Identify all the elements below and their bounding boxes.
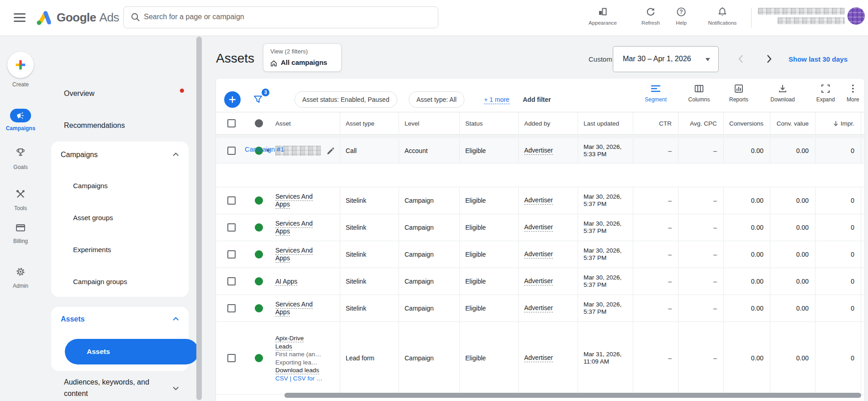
nav-item-audiences-keywords-content[interactable]: Audiences, keywords, andcontent xyxy=(64,376,149,399)
download-leads-link[interactable]: Download leads xyxy=(275,367,319,375)
appearance-icon xyxy=(580,6,626,18)
columns-button[interactable]: Columns xyxy=(681,83,717,103)
edit-pencil-icon[interactable] xyxy=(326,146,336,155)
nav-section-campaigns[interactable]: Campaigns xyxy=(61,151,98,159)
asset-type-cell: Sitelink xyxy=(340,295,399,322)
download-button[interactable]: Download xyxy=(764,83,801,103)
asset-cell: Services AndApps xyxy=(216,295,340,322)
chevron-up-icon[interactable] xyxy=(173,317,179,321)
table-row: Services AndAppsSitelinkCampaignEligible… xyxy=(216,241,864,268)
row-checkbox[interactable] xyxy=(227,223,236,232)
header-added-by[interactable]: Added by xyxy=(518,112,578,134)
table-row: Services AndAppsSitelinkCampaignEligible… xyxy=(216,295,864,322)
header-level[interactable]: Level xyxy=(399,112,459,134)
status-cell: Eligible xyxy=(459,241,518,268)
ctr-cell: – xyxy=(633,138,678,163)
tools-icon[interactable] xyxy=(15,189,26,200)
filter-chip-asset-type[interactable]: Asset type: All xyxy=(409,91,464,108)
rail-item-campaigns[interactable] xyxy=(10,109,31,122)
added-by-cell: Advertiser xyxy=(518,322,578,394)
nav-section-assets[interactable]: Assets xyxy=(61,315,84,323)
more-button[interactable]: More xyxy=(839,83,867,103)
conversions-cell: 0.00 xyxy=(723,241,770,268)
status-cell: Eligible xyxy=(459,322,518,394)
level-cell: Account xyxy=(399,138,459,163)
header-impressions-sorted[interactable]: Impr. xyxy=(815,112,861,134)
asset-type-cell: Sitelink xyxy=(340,268,399,295)
asset-cell: Apix-DriveLeadsFirst name (an…Exporting … xyxy=(216,322,340,394)
add-asset-button[interactable] xyxy=(224,91,241,108)
avg-cpc-cell: – xyxy=(678,214,723,241)
more-filters-link[interactable]: + 1 more xyxy=(484,96,510,104)
header-ctr[interactable]: CTR xyxy=(633,112,678,134)
avatar[interactable] xyxy=(847,7,865,25)
date-range-selector[interactable]: Mar 30 – Apr 1, 2026 xyxy=(613,46,719,72)
view-filter-chip[interactable]: View (2 filters) All campaigns xyxy=(263,43,342,72)
reports-button[interactable]: Reports xyxy=(721,83,757,103)
nav-item-campaigns[interactable]: Campaigns xyxy=(73,182,108,190)
nav-item-campaign-groups[interactable]: Campaign groups xyxy=(73,278,127,285)
help-button[interactable]: ? Help xyxy=(658,6,704,26)
csv-download-links[interactable]: CSV | CSV for … xyxy=(275,374,322,382)
table-row-campaign-group: Campaign #1 xyxy=(216,164,864,187)
asset-name-line: Apps xyxy=(275,254,290,263)
search-input[interactable]: Search for a page or campaign xyxy=(123,6,438,28)
asset-type-cell: Sitelink xyxy=(340,214,399,241)
nav-item-experiments[interactable]: Experiments xyxy=(73,246,111,253)
header-last-updated[interactable]: Last updated xyxy=(578,112,633,134)
row-spacer xyxy=(861,268,864,295)
segment-button[interactable]: Segment xyxy=(637,83,674,103)
header-spacer xyxy=(861,112,864,134)
nav-item-asset-groups[interactable]: Asset groups xyxy=(73,214,113,222)
row-checkbox[interactable] xyxy=(227,304,236,312)
level-cell: Campaign xyxy=(399,268,459,295)
add-filter-button[interactable]: Add filter xyxy=(523,96,551,103)
impressions-cell: 0 xyxy=(815,138,861,163)
campaign-link[interactable]: Campaign #1 xyxy=(245,146,284,153)
expand-button[interactable]: Expand xyxy=(807,83,844,103)
nav-scrollbar[interactable] xyxy=(196,37,202,400)
select-all-checkbox[interactable] xyxy=(227,119,236,127)
menu-icon[interactable] xyxy=(14,13,26,22)
conv-value-cell: 0.00 xyxy=(770,187,815,214)
chevron-down-icon[interactable] xyxy=(173,386,179,390)
notifications-button[interactable]: Notifications xyxy=(700,6,745,26)
row-checkbox[interactable] xyxy=(227,147,236,155)
billing-card-icon[interactable] xyxy=(15,222,26,233)
account-id-redacted xyxy=(778,17,845,24)
nav-item-assets-selected[interactable]: Assets xyxy=(65,339,199,364)
show-last-30-days-link[interactable]: Show last 30 days xyxy=(789,55,847,63)
header-conversions[interactable]: Conversions xyxy=(723,112,770,134)
row-checkbox[interactable] xyxy=(227,277,236,285)
appearance-button[interactable]: Appearance xyxy=(580,6,626,26)
date-prev-button[interactable] xyxy=(736,53,746,64)
asset-cell: Services AndApps xyxy=(216,241,340,268)
date-next-button[interactable] xyxy=(764,53,774,64)
nav-item-recommendations[interactable]: Recommendations xyxy=(64,121,125,130)
header-status[interactable]: Status xyxy=(459,112,518,134)
header-conv-value[interactable]: Conv. value xyxy=(770,112,815,134)
row-checkbox[interactable] xyxy=(227,354,236,362)
status-cell: Eligible xyxy=(459,214,518,241)
row-spacer xyxy=(861,187,864,214)
nav-item-overview[interactable]: Overview xyxy=(64,90,95,98)
ctr-cell: – xyxy=(633,241,678,268)
create-button[interactable] xyxy=(7,52,34,78)
header-asset-type[interactable]: Asset type xyxy=(340,112,399,134)
impressions-cell: 0 xyxy=(815,187,861,214)
chevron-up-icon[interactable] xyxy=(173,153,179,157)
asset-name-line: AI Apps xyxy=(275,278,297,286)
header-avg-cpc[interactable]: Avg. CPC xyxy=(678,112,723,134)
horizontal-scrollbar[interactable] xyxy=(284,393,861,398)
goals-trophy-icon[interactable] xyxy=(15,147,26,158)
filter-funnel-icon[interactable] xyxy=(253,94,263,105)
conversions-cell: 0.00 xyxy=(723,322,770,394)
filter-count-badge: 3 xyxy=(262,89,269,96)
asset-name-line: Leads xyxy=(275,343,292,350)
last-updated-cell: Mar 31, 2026,11:09 AM xyxy=(578,322,633,394)
row-checkbox[interactable] xyxy=(227,250,236,259)
asset-cell: AI Apps xyxy=(216,268,340,295)
admin-gear-icon[interactable] xyxy=(15,266,26,277)
filter-chip-asset-status[interactable]: Asset status: Enabled, Paused xyxy=(295,91,397,108)
row-checkbox[interactable] xyxy=(227,196,236,205)
